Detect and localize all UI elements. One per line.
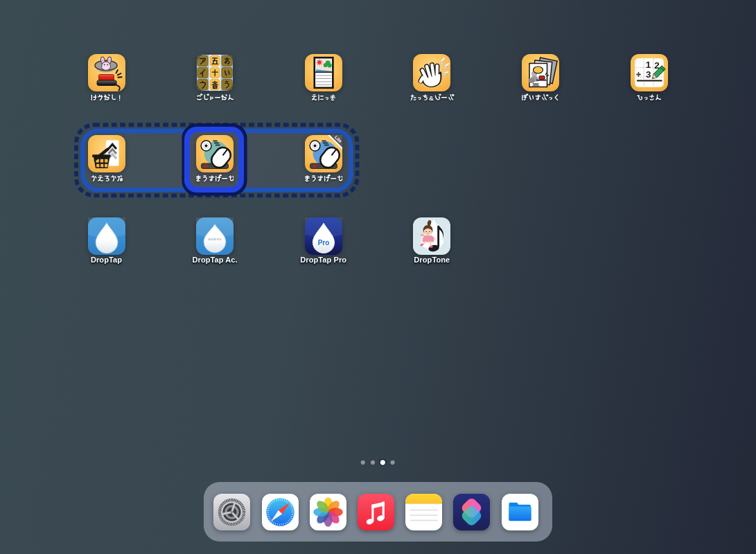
svg-text:academic: academic bbox=[208, 237, 222, 240]
svg-text:3: 3 bbox=[646, 69, 651, 80]
svg-text:1: 1 bbox=[645, 60, 651, 70]
svg-text:&: & bbox=[429, 94, 434, 102]
svg-text:Pro: Pro bbox=[317, 238, 329, 246]
